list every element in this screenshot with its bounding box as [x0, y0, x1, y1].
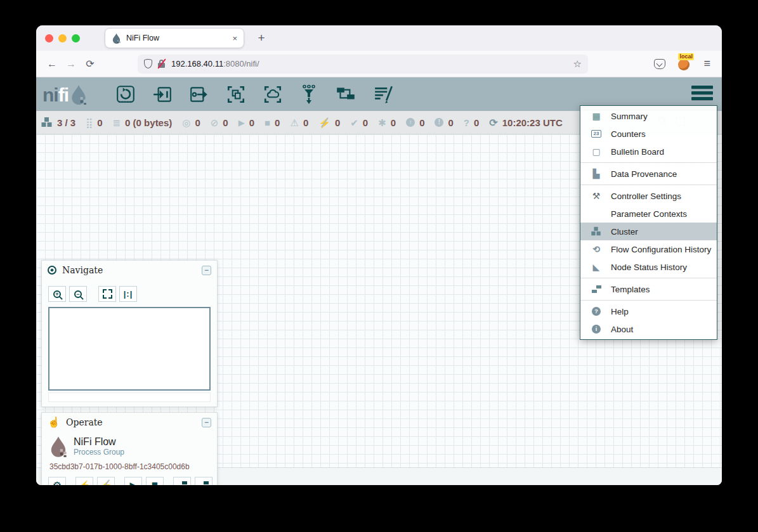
stop-button[interactable]: ■	[146, 477, 164, 485]
status-up-to-date: ✔ 0	[350, 117, 368, 128]
extension-avatar	[678, 59, 689, 70]
configure-button[interactable]: ⚙	[48, 477, 66, 485]
play-icon: ▶	[130, 480, 137, 485]
new-tab-button[interactable]: +	[253, 30, 270, 47]
component-name: NiFi Flow	[74, 436, 124, 448]
menu-item-templates[interactable]: Templates	[580, 280, 717, 298]
one-to-one-icon: |:|	[124, 289, 133, 299]
modified-stale-count: 0	[448, 117, 453, 128]
upload-template-button[interactable]	[195, 477, 212, 485]
status-refresh[interactable]: ⟳ 10:20:23 UTC	[489, 117, 562, 129]
forward-button[interactable]: →	[62, 55, 81, 74]
pocket-icon[interactable]	[654, 59, 665, 69]
nifi-global-menu-button[interactable]	[691, 86, 713, 100]
menu-item-counters[interactable]: 23 Counters	[580, 125, 717, 143]
extension-icon[interactable]: local	[678, 58, 691, 70]
invalid-count: 0	[303, 117, 308, 128]
menu-divider	[580, 278, 717, 278]
queued-list-icon: ≣	[113, 118, 121, 127]
menu-item-label: Summary	[611, 112, 648, 121]
fit-icon	[103, 289, 112, 299]
navigate-title: Navigate	[62, 265, 196, 275]
menu-item-node-status-history[interactable]: ◣ Node Status History	[580, 258, 717, 276]
browser-tab[interactable]: NiFi Flow ×	[105, 28, 244, 48]
label-draggable-icon[interactable]	[373, 84, 395, 105]
provenance-icon: ▙	[589, 169, 603, 178]
menu-item-summary[interactable]: ▦ Summary	[580, 107, 717, 125]
menu-item-parameter-contexts[interactable]: Parameter Contexts	[580, 205, 717, 223]
menu-item-data-provenance[interactable]: ▙ Data Provenance	[580, 165, 717, 183]
close-window-button[interactable]	[45, 34, 53, 42]
menu-item-help[interactable]: ? Help	[580, 302, 717, 320]
menu-item-controller-settings[interactable]: ⚒ Controller Settings	[580, 187, 717, 205]
status-stale: ↑ 0	[406, 117, 424, 128]
operate-header[interactable]: ☝ Operate −	[42, 413, 217, 432]
nifi-logo-fi: fi	[58, 86, 69, 105]
status-invalid: ⚠ 0	[290, 117, 308, 128]
save-template-icon	[178, 481, 187, 485]
close-tab-icon[interactable]: ×	[232, 34, 237, 43]
transmitting-icon: ◎	[182, 118, 190, 127]
window-controls[interactable]	[45, 34, 80, 42]
output-port-draggable-icon[interactable]	[189, 84, 209, 105]
input-port-draggable-icon[interactable]	[152, 84, 173, 105]
save-template-button[interactable]	[173, 477, 191, 485]
process-group-draggable-icon[interactable]	[226, 84, 246, 105]
funnel-draggable-icon[interactable]	[299, 84, 318, 105]
remote-process-group-draggable-icon[interactable]	[263, 84, 283, 105]
not-transmitting-count: 0	[223, 117, 228, 128]
wrench-icon: ⚒	[589, 191, 603, 200]
browser-window: NiFi Flow × + ← → ⟳ 192.168.40.11:8080/n…	[36, 25, 722, 485]
compass-icon	[48, 266, 56, 275]
bookmark-star-icon[interactable]: ☆	[573, 58, 582, 70]
hand-pointer-icon: ☝	[48, 417, 60, 427]
component-texts: NiFi Flow Process Group	[74, 436, 124, 457]
navigate-panel: Navigate − + − |:|	[41, 260, 218, 407]
processor-draggable-icon[interactable]	[115, 84, 136, 105]
start-button[interactable]: ▶	[124, 477, 142, 485]
maximize-window-button[interactable]	[72, 34, 80, 42]
reload-button[interactable]: ⟳	[81, 55, 100, 74]
about-icon: i	[589, 325, 603, 334]
menu-item-label: Cluster	[611, 227, 638, 237]
status-connected-nodes: 3 / 3	[41, 117, 75, 128]
component-id: 35cbd3b7-017b-1000-8bff-1c3405c00d6b	[42, 458, 217, 472]
running-count: 0	[249, 117, 254, 128]
menu-item-label: Flow Configuration History	[611, 245, 711, 254]
tracking-protection-icon[interactable]	[144, 59, 152, 68]
url-bar[interactable]: 192.168.40.11:8080/nifi/ ☆	[138, 55, 588, 74]
menu-item-cluster[interactable]: Cluster	[580, 223, 717, 240]
firefox-menu-icon[interactable]: ≡	[703, 57, 710, 70]
cluster-cubes-icon	[589, 226, 603, 237]
zoom-actual-button[interactable]: |:|	[119, 286, 137, 302]
menu-item-bulletin-board[interactable]: ▢ Bulletin Board	[580, 143, 717, 160]
navigate-collapse-button[interactable]: −	[202, 266, 211, 275]
birdseye-minimap[interactable]	[48, 307, 211, 391]
component-type: Process Group	[74, 448, 124, 457]
menu-item-flow-configuration-history[interactable]: ⟲ Flow Configuration History	[580, 240, 717, 258]
stop-icon: ■	[152, 479, 158, 485]
template-draggable-icon[interactable]	[335, 84, 356, 105]
minimize-window-button[interactable]	[58, 34, 67, 42]
component-toolbar	[115, 84, 395, 105]
back-button[interactable]: ←	[42, 55, 62, 74]
insecure-lock-icon[interactable]	[157, 59, 166, 68]
enable-button[interactable]: ⚡	[75, 477, 93, 485]
cluster-icon	[41, 117, 53, 127]
zoom-fit-button[interactable]	[98, 286, 116, 302]
zoom-in-button[interactable]: +	[48, 286, 66, 302]
global-menu: ▦ Summary 23 Counters ▢ Bulletin Board ▙…	[580, 105, 717, 340]
running-icon: ▶	[239, 119, 245, 127]
connected-nodes-count: 3 / 3	[57, 117, 75, 128]
operate-buttons-row1: ⚙ ⚡ ⚡ ▶ ■	[42, 472, 217, 485]
status-active-threads: ⣿ 0 (0 bytes) 0	[86, 117, 102, 128]
zoom-out-button[interactable]: −	[69, 286, 87, 302]
url-text[interactable]: 192.168.40.11:8080/nifi/	[171, 59, 568, 68]
refresh-icon[interactable]: ⟳	[489, 117, 497, 129]
operate-collapse-button[interactable]: −	[202, 418, 211, 427]
menu-item-about[interactable]: i About	[580, 320, 717, 338]
url-path: :8080/nifi/	[223, 59, 259, 68]
navigate-header[interactable]: Navigate −	[42, 261, 217, 280]
disable-button[interactable]: ⚡	[97, 477, 115, 485]
menu-item-label: Bulletin Board	[611, 147, 664, 157]
